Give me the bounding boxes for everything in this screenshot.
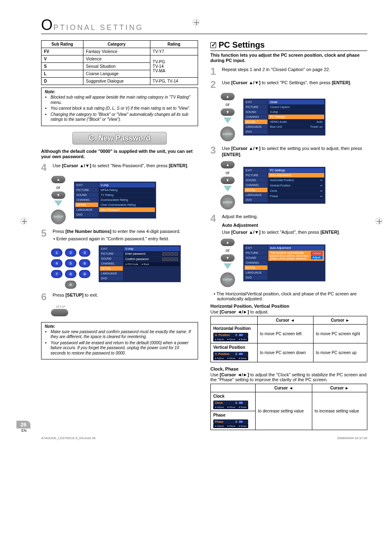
note-item: Blocked sub rating will appear beside th… bbox=[51, 95, 194, 105]
td-left: to move PC screen down bbox=[257, 343, 313, 362]
td-phase: Phase Phase0 AdjustMoveEnter bbox=[211, 411, 256, 430]
num-2-icon: 2 bbox=[65, 249, 76, 257]
mini-label: H. Position bbox=[215, 334, 234, 336]
osd-footer: PIN CodeBack bbox=[124, 262, 180, 266]
num-8-icon: 8 bbox=[65, 270, 76, 278]
osd-opt: Cancel bbox=[311, 251, 323, 255]
num-7-icon: 7 bbox=[51, 270, 62, 278]
down-triangle-icon bbox=[54, 200, 62, 206]
crop-mark-top bbox=[193, 19, 199, 25]
note-item: Changing the category to "Block" or "Vie… bbox=[51, 112, 194, 122]
osd-side-item: DVD bbox=[100, 276, 123, 281]
step-text: . bbox=[339, 230, 340, 235]
auto-adjust-bullet: • The Horizontal/Vertical position, cloc… bbox=[210, 291, 367, 301]
pc-step-3: 3 Use [Cursor ▲/▼] to select the setting… bbox=[210, 145, 367, 158]
th-cat: Category bbox=[83, 41, 150, 48]
step-number: 3 bbox=[210, 145, 219, 158]
mini-label: Clock bbox=[215, 401, 234, 404]
osd-detail-menu: EXIT PICTURE SOUND CHANNEL DETAIL LANGUA… bbox=[243, 99, 325, 136]
td-left: to decrease setting value bbox=[256, 392, 312, 430]
enter-ref: [ENTER] bbox=[321, 230, 339, 235]
osd-pw-label: Confirm password. bbox=[125, 258, 149, 260]
td-right: to move PC screen up bbox=[313, 343, 367, 362]
pc-step-2: 2 Use [Cursor ▲/▼] to select "PC Setting… bbox=[210, 80, 367, 90]
num-3-icon: 3 bbox=[79, 249, 90, 257]
step-text: Adjust the setting. bbox=[222, 214, 258, 219]
osd-side-item: CHANNEL bbox=[75, 198, 98, 202]
setup-label: SETUP bbox=[56, 305, 198, 308]
cell-title: Horizontal Position bbox=[213, 326, 255, 331]
cursor-lr-ref: [Cursor ◄/►] bbox=[220, 309, 249, 314]
th-sub: Sub Rating bbox=[42, 41, 83, 48]
osd-row: HDMI1 AudioAuto bbox=[268, 120, 324, 124]
osd-side-item: DVD bbox=[244, 129, 267, 134]
num-0-icon: 0 bbox=[65, 281, 76, 289]
cursor-ref: [Cursor ▲/▼] bbox=[231, 230, 261, 235]
osd-password-menu: EXIT PICTURE SOUND CHANNEL DETAIL LANGUA… bbox=[99, 245, 181, 282]
osd-side-item: EXIT bbox=[244, 246, 267, 250]
remote-up-down: ▲ or ▼ ENTER bbox=[220, 161, 235, 210]
header-title: PTIONAL SETTING bbox=[53, 23, 143, 32]
osd-row: This function automatically adjusts the … bbox=[268, 251, 324, 261]
down-oval-icon: ▼ bbox=[221, 108, 235, 116]
osd-side-item: CHANNEL bbox=[244, 115, 267, 119]
osd-row: Clock⇔ bbox=[268, 189, 324, 193]
osd-row: Auto Adjustment bbox=[268, 173, 324, 177]
setup-ref: [SETUP] bbox=[65, 292, 83, 297]
osd-side-item: SOUND bbox=[75, 193, 98, 197]
osd-side-item: CHANNEL bbox=[100, 261, 123, 266]
note-item: You cannot block a sub rating (D, L, S o… bbox=[51, 106, 194, 111]
osd-title: Auto Adjustment bbox=[268, 246, 324, 250]
checkmark-icon bbox=[210, 42, 216, 48]
osd-row: Downloadable Rating bbox=[99, 198, 155, 202]
step-text: . bbox=[187, 163, 188, 168]
section-c-banner: C. New Password bbox=[72, 132, 166, 145]
step-text: Press bbox=[53, 229, 65, 234]
num-4-icon: 4 bbox=[51, 259, 62, 267]
number-pad: 1 2 3 4 5 6 7 8 9 0 bbox=[51, 249, 90, 289]
osd-side-item: LANGUAGE bbox=[244, 193, 267, 197]
td-vpos: Vertical Position V. Position0 AdjustMov… bbox=[211, 343, 258, 362]
step-text: to select "Adjust", then press bbox=[261, 230, 321, 235]
step-text: Use bbox=[222, 146, 231, 151]
step-4: 4 Use [Cursor ▲/▼] to select "New Passwo… bbox=[41, 163, 198, 173]
osd-row: TV Rating bbox=[99, 193, 155, 197]
step-text: Use bbox=[222, 80, 231, 85]
pc-step-1: 1 Repeat steps 1 and 2 in "Closed Captio… bbox=[210, 67, 367, 76]
osd-side-item: LANGUAGE bbox=[100, 271, 123, 276]
osd-side-item: PICTURE bbox=[75, 188, 98, 192]
td-cat: Sexual Situation bbox=[83, 63, 150, 70]
osd-side-item: PICTURE bbox=[244, 173, 267, 177]
td-cat: Fantasy Violence bbox=[83, 48, 150, 55]
osd-side-item: DETAIL bbox=[75, 203, 98, 207]
osd-side-item: EXIT bbox=[244, 100, 267, 104]
step-text: to exit. bbox=[83, 292, 98, 297]
osd-opt: Adjust bbox=[311, 256, 323, 259]
mini-label: Phase bbox=[215, 420, 234, 423]
source-file: A74GDUE_LD370SC8 S_EN.indd 26 bbox=[41, 436, 96, 440]
enter-ref: [ENTER] bbox=[222, 152, 240, 157]
num-9-icon: 9 bbox=[79, 270, 90, 278]
num-6-icon: 6 bbox=[79, 259, 90, 267]
step-text: Use bbox=[222, 230, 231, 235]
step-number: 4 bbox=[41, 163, 50, 173]
osd-side-item: EXIT bbox=[75, 183, 98, 187]
cell-title: Vertical Position bbox=[213, 345, 255, 350]
num-1-icon: 1 bbox=[51, 249, 62, 257]
osd-pw-row: Enter password. bbox=[124, 251, 180, 256]
td-sub: V bbox=[42, 55, 83, 63]
step-text: . bbox=[240, 152, 242, 157]
step-text: Use bbox=[53, 163, 62, 168]
or-label: or bbox=[56, 185, 60, 190]
down-oval-icon: ▼ bbox=[221, 177, 235, 184]
osd-side-item: DVD bbox=[75, 212, 98, 217]
osd-row: Blue LEDPower on bbox=[268, 124, 324, 129]
osd-pw-label: Enter password. bbox=[125, 252, 146, 255]
td-cat: Suggestive Dialogue bbox=[83, 78, 150, 85]
note-box-1: Note: Blocked sub rating will appear bes… bbox=[41, 88, 198, 126]
osd-side-item: DVD bbox=[244, 275, 267, 280]
remote-up-down: ▲ or ▼ ENTER bbox=[220, 93, 235, 141]
th-cursor-right: Cursor ► bbox=[313, 316, 367, 324]
osd-side-item: SOUND bbox=[100, 256, 123, 261]
td-clock: Clock Clock0 AdjustMoveEnter bbox=[211, 392, 256, 411]
